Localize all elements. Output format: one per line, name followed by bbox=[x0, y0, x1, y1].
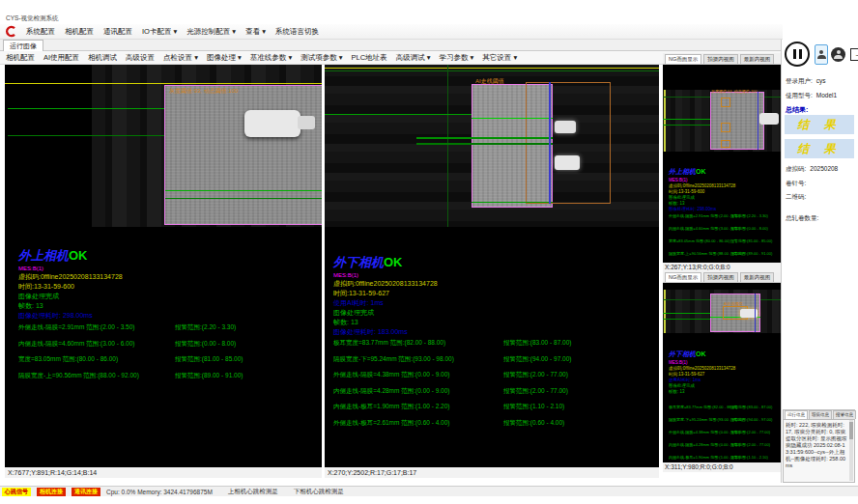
login-user-value: cys bbox=[816, 77, 826, 84]
preview-tab[interactable]: NG画面显示 bbox=[665, 272, 701, 282]
measurement-row: 外侧走线-隔膜=4.38mm 范围:(0.00 - 9.00)报警范围:(2.0… bbox=[333, 365, 652, 381]
qr-code-label: 二维码: bbox=[786, 193, 806, 202]
menu-item[interactable]: 相机配置 bbox=[65, 27, 94, 37]
preview-tab[interactable]: 最新内视图 bbox=[740, 272, 775, 282]
measurement-row: 隔膜宽度-下=95.24mm 范围:(93.00 - 98.00)报警范围:(9… bbox=[333, 350, 652, 366]
virtual-code-line: 虚拟码:0ffline20250208133134728 bbox=[18, 272, 123, 282]
toolbar-item[interactable]: 其它设置 ▾ bbox=[482, 53, 517, 63]
overlay-green-line bbox=[165, 190, 322, 191]
measure-line-blue bbox=[755, 294, 756, 332]
defect-box-orange bbox=[721, 123, 730, 132]
camera-image-preview-top: 灰度阈值:93, 动态阈值:100 bbox=[663, 90, 781, 152]
menu-item[interactable]: 系统配置 bbox=[26, 27, 55, 37]
toolbar-item[interactable]: 点检设置 ▾ bbox=[163, 53, 198, 63]
time-line: 时间:13-31-59-627 bbox=[333, 289, 438, 298]
overlay-green-line bbox=[325, 114, 472, 115]
overlay-green-line bbox=[472, 202, 553, 203]
ai-time-line: 使用AI耗时: 1ms bbox=[333, 298, 438, 308]
info-tab[interactable]: 瑕疵信息 bbox=[809, 410, 832, 419]
virtual-code-line: 虚拟码:0ffline20250208133134728 bbox=[333, 279, 438, 289]
pixel-status-preview-top: X:267;Y:13;R:0;G:0;B:0 bbox=[663, 263, 781, 272]
window-title: CYS-视觉检测系统 bbox=[6, 14, 59, 23]
pixel-status-middle: X:270;Y:2502;R:17;G:17;B:17 bbox=[325, 467, 659, 478]
pause-button[interactable] bbox=[785, 42, 810, 67]
measurement-rows-preview-top: 外侧走线-隔膜=2.91mm 范围:(2.00 - 3.50)报警范围:(2.2… bbox=[669, 208, 779, 258]
detection-rect-magenta bbox=[164, 85, 322, 225]
toolbar-item[interactable]: 高级设置 bbox=[126, 53, 155, 63]
menu-item[interactable]: 系统语言切换 bbox=[275, 27, 319, 37]
scrollbar-thumb[interactable] bbox=[849, 422, 853, 439]
camera-image-middle: AI走线阈值 bbox=[325, 65, 659, 227]
camera-top-heartbeat-text: 上相机心跳检测是 bbox=[228, 488, 278, 496]
camera-name: 外上相机 bbox=[18, 248, 69, 263]
model-label: 使用型号: bbox=[786, 92, 813, 98]
detection-rect-magenta bbox=[710, 92, 764, 150]
toolbar-item[interactable]: 高级调试 ▾ bbox=[396, 53, 431, 63]
virtual-code-label: 虚拟码: bbox=[786, 165, 806, 172]
camera-panel-middle: AI走线阈值 外下相机OK MES:B(1) 虚拟码:0ffline202502… bbox=[325, 65, 659, 478]
overlay-green-line bbox=[663, 125, 710, 126]
menu-item[interactable]: 查看 ▾ bbox=[245, 27, 266, 37]
model-value[interactable]: Model1 bbox=[816, 92, 837, 98]
toolbar-item[interactable]: PLC地址表 bbox=[352, 53, 387, 63]
toolbar-item[interactable]: 学习参数 ▾ bbox=[439, 53, 473, 63]
overlay-green-line bbox=[165, 198, 322, 199]
sidebar-divider bbox=[781, 40, 782, 483]
toolbar-item[interactable]: 相机配置 bbox=[6, 53, 35, 63]
preview-tab[interactable]: 最新内视图 bbox=[740, 54, 775, 64]
virtual-code-value: 20250208 bbox=[810, 165, 838, 172]
heartbeat-badge: 心跳信号 bbox=[2, 488, 31, 496]
info-scrollbar[interactable] bbox=[849, 420, 853, 481]
user-dark-icon bbox=[834, 50, 843, 59]
camera-image-preview-bottom: AI走线阈值 bbox=[663, 290, 781, 333]
measurement-row: 内侧走线-隔膜=4.28mm 范围:(0.00 - 9.00)报警范围:(2.0… bbox=[669, 436, 779, 449]
menu-item[interactable]: IO卡配置 ▾ bbox=[142, 27, 177, 37]
preview-panel-top: 灰度阈值:93, 动态阈值:100 外上相机OK MES:B(1) 虚拟码:0f… bbox=[663, 65, 781, 263]
menu-item[interactable]: 光源控制配置 ▾ bbox=[186, 27, 236, 37]
defect-box-orange bbox=[721, 98, 730, 107]
overlay-yellow-line bbox=[325, 68, 659, 69]
toolbar-item[interactable]: 测试项参数 ▾ bbox=[300, 53, 342, 63]
preview-panel-bottom: AI走线阈值 外下相机OK MES:B(1) 虚拟码:0ffline202502… bbox=[663, 283, 781, 462]
toolbar-item[interactable]: 基准线参数 ▾ bbox=[250, 53, 292, 63]
info-panel: 运行信息瑕疵信息报警信息 耗时: 222, 瑕疵检测耗时: 17, 瑕疵分类耗时… bbox=[783, 409, 855, 483]
camera-name: 外下相机 bbox=[669, 350, 696, 357]
toolbar-item[interactable]: 相机调试 bbox=[88, 53, 117, 63]
ai-threshold-label: AI走线阈值 bbox=[475, 77, 504, 86]
measure-line-blue bbox=[758, 92, 758, 150]
measurement-row: 外侧走线-隔膜=2.91mm 范围:(2.00 - 3.50)报警范围:(2.2… bbox=[669, 208, 779, 220]
measurement-row: 隔膜宽度-上=90.56mm 范围:(88.00 - 92.00)报警范围:(8… bbox=[669, 245, 779, 258]
camera-image-left: R1.88 灰度阈值:93, 动态阈值:100 bbox=[5, 65, 322, 227]
preview-tab[interactable]: 拍摄内视图 bbox=[703, 272, 738, 282]
threshold-label: 灰度阈值:93, 动态阈值:100 bbox=[711, 89, 758, 94]
preview-tab[interactable]: NG画面显示 bbox=[665, 54, 701, 64]
measurement-row: 外侧走线-隔膜=2.91mm 范围:(2.00 - 3.50)报警范围:(2.2… bbox=[18, 318, 318, 334]
measurement-row: 内侧走线-极耳=1.90mm 范围:(1.00 - 2.20)报警范围:(1.1… bbox=[669, 449, 779, 462]
overlay-green-line bbox=[472, 118, 553, 119]
user-dark-button[interactable] bbox=[831, 47, 845, 62]
preview-tabs-bottom: NG画面显示拍摄内视图最新内视图 bbox=[663, 272, 781, 283]
overlay-green-line bbox=[663, 119, 710, 120]
menu-bar: 系统配置相机配置通讯配置IO卡配置 ▾光源控制配置 ▾查看 ▾系统语言切换 bbox=[0, 24, 858, 40]
toolbar-item[interactable]: AI使用配置 bbox=[43, 53, 79, 63]
probe-object bbox=[759, 113, 779, 125]
result-text-middle: 外下相机OK MES:B(1) 虚拟码:0ffline2025020813313… bbox=[333, 253, 438, 337]
sidebar-buttons bbox=[783, 39, 858, 71]
user-button[interactable] bbox=[815, 44, 828, 65]
result-ok: OK bbox=[696, 168, 706, 175]
logout-button[interactable] bbox=[848, 45, 858, 63]
overlay-green-line bbox=[8, 108, 164, 109]
overlay-green-line bbox=[416, 143, 553, 145]
overlay-green-line bbox=[663, 319, 710, 320]
title-bar: CYS-视觉检测系统 bbox=[0, 0, 858, 24]
info-tab[interactable]: 运行信息 bbox=[785, 410, 808, 419]
toolbar-item[interactable]: 图像处理 ▾ bbox=[207, 53, 242, 63]
overlay-green-line bbox=[416, 137, 553, 139]
virtual-code-row: 虚拟码:20250208 bbox=[786, 165, 838, 174]
info-tab[interactable]: 报警信息 bbox=[833, 410, 856, 419]
login-user-row: 登录用户:cys bbox=[786, 77, 826, 86]
pin-number-label: 卷针号: bbox=[786, 180, 806, 188]
menu-item[interactable]: 通讯配置 bbox=[103, 27, 132, 37]
process-done-line: 图像处理完成 bbox=[18, 292, 123, 301]
preview-tab[interactable]: 拍摄内视图 bbox=[703, 54, 738, 64]
